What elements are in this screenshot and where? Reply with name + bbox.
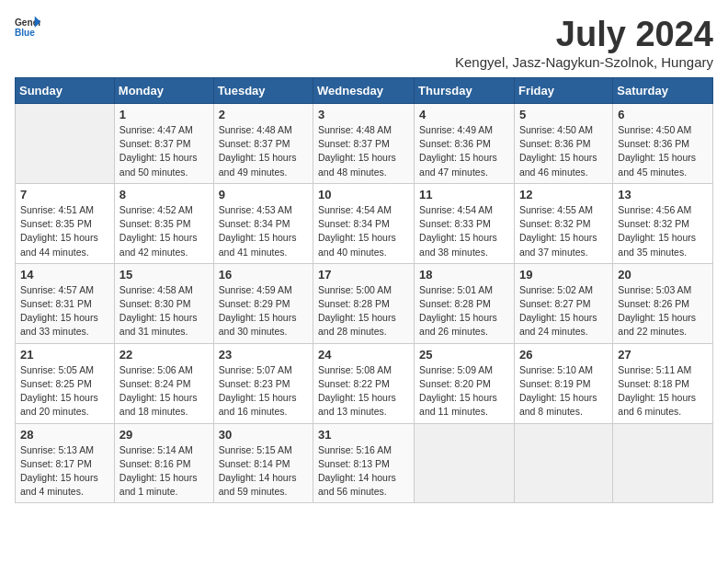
day-cell: 31 Sunrise: 5:16 AMSunset: 8:13 PMDaylig… [313, 423, 415, 503]
day-detail: Sunrise: 5:05 AMSunset: 8:25 PMDaylight:… [20, 363, 109, 419]
day-cell: 30 Sunrise: 5:15 AMSunset: 8:14 PMDaylig… [213, 423, 313, 503]
day-number: 20 [618, 268, 708, 282]
svg-text:Blue: Blue [15, 28, 35, 38]
day-number: 9 [219, 188, 308, 201]
day-number: 28 [20, 428, 109, 442]
day-cell: 14 Sunrise: 4:57 AMSunset: 8:31 PMDaylig… [16, 263, 115, 343]
day-number: 2 [219, 108, 308, 121]
day-number: 21 [20, 348, 109, 362]
col-monday: Monday [114, 78, 213, 104]
day-detail: Sunrise: 4:53 AMSunset: 8:34 PMDaylight:… [219, 203, 308, 259]
day-number: 15 [119, 268, 209, 282]
day-detail: Sunrise: 4:51 AMSunset: 8:35 PMDaylight:… [20, 203, 109, 259]
day-detail: Sunrise: 4:52 AMSunset: 8:35 PMDaylight:… [119, 203, 209, 259]
day-detail: Sunrise: 4:47 AMSunset: 8:37 PMDaylight:… [119, 123, 209, 179]
day-cell: 5 Sunrise: 4:50 AMSunset: 8:36 PMDayligh… [514, 104, 612, 184]
day-number: 29 [119, 428, 209, 442]
day-cell: 22 Sunrise: 5:06 AMSunset: 8:24 PMDaylig… [114, 343, 213, 423]
day-cell: 8 Sunrise: 4:52 AMSunset: 8:35 PMDayligh… [114, 183, 213, 263]
day-detail: Sunrise: 4:57 AMSunset: 8:31 PMDaylight:… [20, 283, 109, 339]
title-block: July 2024 Kengyel, Jasz-Nagykun-Szolnok,… [455, 15, 713, 70]
day-cell: 6 Sunrise: 4:50 AMSunset: 8:36 PMDayligh… [613, 104, 713, 184]
col-friday: Friday [514, 78, 612, 104]
day-cell: 12 Sunrise: 4:55 AMSunset: 8:32 PMDaylig… [514, 183, 612, 263]
day-number: 30 [219, 428, 308, 442]
day-detail: Sunrise: 5:00 AMSunset: 8:28 PMDaylight:… [318, 283, 409, 339]
day-cell [514, 423, 612, 503]
day-cell: 9 Sunrise: 4:53 AMSunset: 8:34 PMDayligh… [213, 183, 313, 263]
day-number: 22 [119, 348, 209, 362]
day-detail: Sunrise: 4:56 AMSunset: 8:32 PMDaylight:… [618, 203, 708, 259]
calendar-header: Sunday Monday Tuesday Wednesday Thursday… [16, 78, 713, 104]
day-detail: Sunrise: 5:08 AMSunset: 8:22 PMDaylight:… [318, 363, 409, 419]
day-cell: 23 Sunrise: 5:07 AMSunset: 8:23 PMDaylig… [213, 343, 313, 423]
day-detail: Sunrise: 5:06 AMSunset: 8:24 PMDaylight:… [119, 363, 209, 419]
day-number: 14 [20, 268, 109, 282]
day-number: 6 [618, 108, 708, 121]
day-cell: 24 Sunrise: 5:08 AMSunset: 8:22 PMDaylig… [313, 343, 415, 423]
day-number: 23 [219, 348, 308, 362]
day-cell: 20 Sunrise: 5:03 AMSunset: 8:26 PMDaylig… [613, 263, 713, 343]
day-detail: Sunrise: 5:07 AMSunset: 8:23 PMDaylight:… [219, 363, 308, 419]
day-detail: Sunrise: 4:50 AMSunset: 8:36 PMDaylight:… [519, 123, 608, 179]
day-cell: 17 Sunrise: 5:00 AMSunset: 8:28 PMDaylig… [313, 263, 415, 343]
week-row-4: 21 Sunrise: 5:05 AMSunset: 8:25 PMDaylig… [16, 343, 713, 423]
day-detail: Sunrise: 4:48 AMSunset: 8:37 PMDaylight:… [318, 123, 409, 179]
day-detail: Sunrise: 5:14 AMSunset: 8:16 PMDaylight:… [119, 443, 209, 500]
day-detail: Sunrise: 4:48 AMSunset: 8:37 PMDaylight:… [219, 123, 308, 179]
day-detail: Sunrise: 4:50 AMSunset: 8:36 PMDaylight:… [618, 123, 708, 179]
day-number: 8 [119, 188, 209, 201]
day-detail: Sunrise: 5:11 AMSunset: 8:18 PMDaylight:… [618, 363, 708, 419]
day-number: 27 [618, 348, 708, 362]
day-number: 13 [618, 188, 708, 201]
day-detail: Sunrise: 4:58 AMSunset: 8:30 PMDaylight:… [119, 283, 209, 339]
day-cell: 26 Sunrise: 5:10 AMSunset: 8:19 PMDaylig… [514, 343, 612, 423]
day-detail: Sunrise: 4:54 AMSunset: 8:33 PMDaylight:… [419, 203, 509, 259]
day-cell: 10 Sunrise: 4:54 AMSunset: 8:34 PMDaylig… [313, 183, 415, 263]
day-cell: 25 Sunrise: 5:09 AMSunset: 8:20 PMDaylig… [415, 343, 515, 423]
day-cell: 15 Sunrise: 4:58 AMSunset: 8:30 PMDaylig… [114, 263, 213, 343]
day-detail: Sunrise: 4:54 AMSunset: 8:34 PMDaylight:… [318, 203, 409, 259]
day-number: 19 [519, 268, 608, 282]
day-cell: 13 Sunrise: 4:56 AMSunset: 8:32 PMDaylig… [613, 183, 713, 263]
day-cell: 3 Sunrise: 4:48 AMSunset: 8:37 PMDayligh… [313, 104, 415, 184]
day-cell: 21 Sunrise: 5:05 AMSunset: 8:25 PMDaylig… [16, 343, 115, 423]
logo-icon: General Blue [15, 15, 40, 40]
day-detail: Sunrise: 5:09 AMSunset: 8:20 PMDaylight:… [419, 363, 509, 419]
calendar-table: Sunday Monday Tuesday Wednesday Thursday… [15, 77, 713, 503]
day-cell: 29 Sunrise: 5:14 AMSunset: 8:16 PMDaylig… [114, 423, 213, 503]
week-row-3: 14 Sunrise: 4:57 AMSunset: 8:31 PMDaylig… [16, 263, 713, 343]
day-number: 3 [318, 108, 409, 121]
day-number: 7 [20, 188, 109, 201]
day-number: 4 [419, 108, 509, 121]
day-number: 24 [318, 348, 409, 362]
day-cell: 11 Sunrise: 4:54 AMSunset: 8:33 PMDaylig… [415, 183, 515, 263]
week-row-5: 28 Sunrise: 5:13 AMSunset: 8:17 PMDaylig… [16, 423, 713, 503]
day-cell: 1 Sunrise: 4:47 AMSunset: 8:37 PMDayligh… [114, 104, 213, 184]
month-title: July 2024 [455, 15, 713, 54]
day-detail: Sunrise: 4:55 AMSunset: 8:32 PMDaylight:… [519, 203, 608, 259]
day-number: 10 [318, 188, 409, 201]
day-number: 17 [318, 268, 409, 282]
col-thursday: Thursday [415, 78, 515, 104]
day-cell: 28 Sunrise: 5:13 AMSunset: 8:17 PMDaylig… [16, 423, 115, 503]
col-sunday: Sunday [16, 78, 115, 104]
day-detail: Sunrise: 5:15 AMSunset: 8:14 PMDaylight:… [219, 443, 308, 500]
day-detail: Sunrise: 5:13 AMSunset: 8:17 PMDaylight:… [20, 443, 109, 500]
day-number: 31 [318, 428, 409, 442]
day-cell: 2 Sunrise: 4:48 AMSunset: 8:37 PMDayligh… [213, 104, 313, 184]
day-detail: Sunrise: 5:10 AMSunset: 8:19 PMDaylight:… [519, 363, 608, 419]
day-detail: Sunrise: 4:59 AMSunset: 8:29 PMDaylight:… [219, 283, 308, 339]
day-number: 18 [419, 268, 509, 282]
day-number: 25 [419, 348, 509, 362]
day-number: 16 [219, 268, 308, 282]
header-row: Sunday Monday Tuesday Wednesday Thursday… [16, 78, 713, 104]
day-detail: Sunrise: 5:02 AMSunset: 8:27 PMDaylight:… [519, 283, 608, 339]
day-cell [16, 104, 115, 184]
logo: General Blue [15, 15, 40, 40]
day-number: 12 [519, 188, 608, 201]
day-cell [415, 423, 515, 503]
week-row-1: 1 Sunrise: 4:47 AMSunset: 8:37 PMDayligh… [16, 104, 713, 184]
col-saturday: Saturday [613, 78, 713, 104]
day-number: 26 [519, 348, 608, 362]
